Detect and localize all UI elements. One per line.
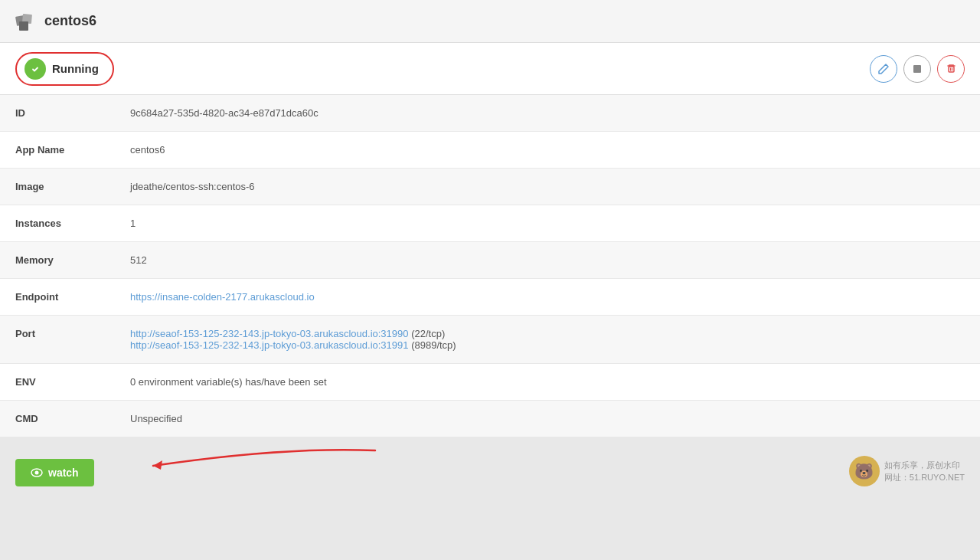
edit-button[interactable] — [870, 55, 897, 83]
field-key: CMD — [0, 401, 115, 437]
field-value: centos6 — [115, 132, 980, 169]
watermark-bear-icon: 🐻 — [849, 456, 880, 486]
field-key: Port — [0, 316, 115, 364]
status-dot — [24, 58, 46, 80]
svg-point-3 — [30, 64, 41, 74]
svg-rect-2 — [19, 21, 28, 31]
svg-marker-10 — [153, 460, 162, 470]
stop-button[interactable] — [903, 55, 931, 83]
field-value: 512 — [115, 242, 980, 279]
svg-point-9 — [35, 471, 39, 475]
watch-label: watch — [48, 467, 79, 479]
svg-rect-4 — [913, 65, 921, 73]
field-value: http://seaof-153-125-232-143.jp-tokyo-03… — [115, 316, 980, 364]
delete-button[interactable] — [937, 55, 965, 83]
field-key: Memory — [0, 242, 115, 279]
svg-rect-5 — [949, 67, 954, 72]
watch-button[interactable]: watch — [15, 459, 94, 486]
field-key: App Name — [0, 132, 115, 169]
field-key: Endpoint — [0, 279, 115, 316]
field-value: Unspecified — [115, 401, 980, 437]
field-value: 1 — [115, 205, 980, 242]
field-key: ID — [0, 95, 115, 132]
field-value: jdeathe/centos-ssh:centos-6 — [115, 169, 980, 205]
field-key: Image — [0, 169, 115, 205]
table-row: CMDUnspecified — [0, 401, 980, 437]
table-row: Memory512 — [0, 242, 980, 279]
field-key: Instances — [0, 205, 115, 242]
table-row: App Namecentos6 — [0, 132, 980, 169]
action-buttons — [870, 55, 965, 83]
watermark-line2: 网址：51.RUYO.NET — [884, 471, 965, 484]
watermark-line1: 如有乐享，原创水印 — [884, 459, 965, 472]
info-table: ID9c684a27-535d-4820-ac34-e87d71dca60cAp… — [0, 95, 980, 437]
field-value: https://insane-colden-2177.arukascloud.i… — [115, 279, 980, 316]
port-link[interactable]: http://seaof-153-125-232-143.jp-tokyo-03… — [130, 339, 409, 351]
endpoint-link[interactable]: https://insane-colden-2177.arukascloud.i… — [130, 291, 315, 303]
field-value: 9c684a27-535d-4820-ac34-e87d71dca60c — [115, 95, 980, 132]
table-row: Porthttp://seaof-153-125-232-143.jp-toky… — [0, 316, 980, 364]
table-row: ID9c684a27-535d-4820-ac34-e87d71dca60c — [0, 95, 980, 132]
status-badge: Running — [15, 52, 114, 86]
footer: watch 🐻 如有乐享，原创水印 网址：51.RUYO.NET — [0, 437, 980, 499]
cube-icon — [12, 9, 37, 34]
table-row: Instances1 — [0, 205, 980, 242]
status-label: Running — [52, 62, 99, 75]
field-value: 0 environment variable(s) has/have been … — [115, 364, 980, 401]
watermark: 🐻 如有乐享，原创水印 网址：51.RUYO.NET — [849, 456, 965, 486]
top-bar: centos6 — [0, 0, 980, 43]
table-row: ENV0 environment variable(s) has/have be… — [0, 364, 980, 401]
table-row: Imagejdeathe/centos-ssh:centos-6 — [0, 169, 980, 205]
table-row: Endpointhttps://insane-colden-2177.aruka… — [0, 279, 980, 316]
page-title: centos6 — [44, 13, 96, 29]
port-link[interactable]: http://seaof-153-125-232-143.jp-tokyo-03… — [130, 328, 409, 339]
status-bar: Running — [0, 43, 980, 95]
arrow-annotation — [130, 439, 383, 477]
field-key: ENV — [0, 364, 115, 401]
